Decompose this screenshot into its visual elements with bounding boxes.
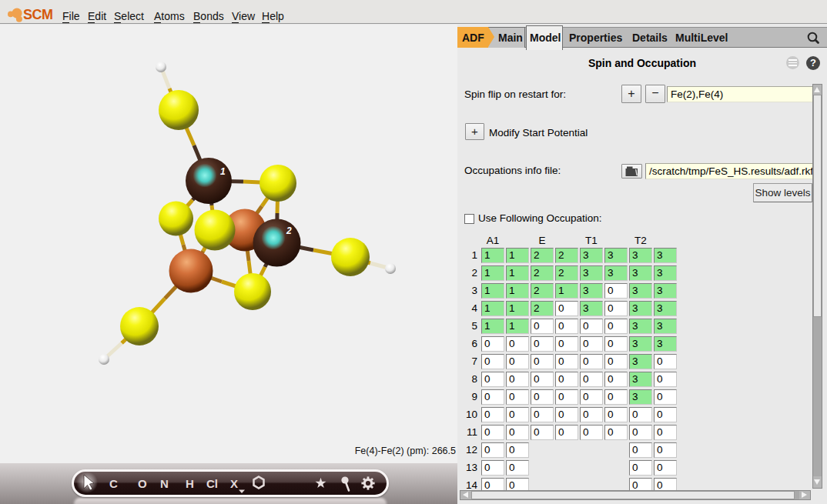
svg-text:1: 1 xyxy=(220,166,226,177)
svg-text:2: 2 xyxy=(286,225,292,236)
svg-text:SCM: SCM xyxy=(23,7,53,22)
